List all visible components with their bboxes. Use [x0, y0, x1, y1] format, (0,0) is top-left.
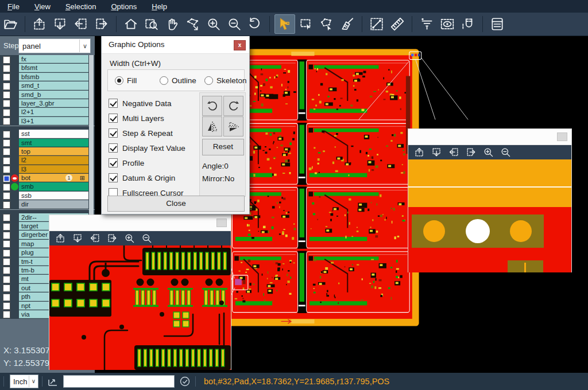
layer-visibility-checkbox[interactable] [3, 249, 10, 257]
pan-down-button[interactable] [70, 232, 85, 245]
graphic-options-dialog[interactable]: Graphic Options x Width (Ctrl+W) FillOut… [101, 36, 250, 214]
checkbox-icon[interactable] [109, 158, 118, 167]
dialog-titlebar[interactable]: Graphic Options x [102, 36, 249, 54]
layer-row-fx[interactable]: fx [0, 55, 95, 64]
menu-selection[interactable]: Selection [58, 2, 103, 11]
layer-visibility-checkbox[interactable] [3, 240, 10, 248]
layer-visibility-checkbox[interactable] [3, 175, 10, 182]
layer-name[interactable]: smb [19, 182, 88, 190]
rotate-ccw-button[interactable] [223, 96, 243, 116]
radio-icon[interactable] [204, 76, 213, 85]
measure-distance-button[interactable] [367, 15, 386, 33]
reset-button[interactable]: Reset [202, 139, 244, 155]
layer-row-smt[interactable]: smt [0, 139, 95, 147]
checkbox-profile[interactable]: Profile [109, 155, 185, 170]
zoom-out-button[interactable] [139, 232, 154, 245]
zoom-window-button[interactable] [142, 15, 161, 33]
layer-visibility-checkbox[interactable] [3, 91, 10, 99]
layer-row-bfsmt[interactable]: bfsmt [0, 64, 95, 72]
pan-right-button[interactable] [105, 232, 119, 245]
layer-visibility-checkbox[interactable] [3, 139, 10, 147]
radio-outline[interactable]: Outline [160, 76, 198, 85]
layer-name[interactable]: top [19, 147, 88, 155]
radio-fill[interactable]: Fill [115, 76, 153, 85]
checkbox-icon[interactable] [109, 99, 118, 108]
layer-row-sst[interactable]: sst [0, 130, 95, 138]
home-view-button[interactable] [121, 15, 141, 33]
layer-visibility-checkbox[interactable] [3, 302, 10, 310]
unit-dropdown[interactable]: Inch ∨ [10, 375, 38, 388]
layer-visibility-checkbox[interactable] [3, 276, 10, 283]
layer-visibility-checkbox[interactable] [3, 192, 10, 200]
layer-visibility-checkbox[interactable] [3, 184, 10, 191]
pan-right-button[interactable] [92, 15, 111, 33]
zoom-object-button[interactable] [183, 15, 203, 33]
checkbox-negative-data[interactable]: Negative Data [109, 96, 185, 111]
close-button[interactable]: Close [107, 196, 245, 212]
corner-snap-icon[interactable] [46, 375, 60, 388]
layer-visibility-checkbox[interactable] [3, 148, 10, 155]
magnifier-window-top-right[interactable] [408, 128, 572, 272]
layer-name[interactable]: smd_t [19, 81, 88, 89]
layer-row-bfsmb[interactable]: bfsmb [0, 73, 95, 81]
checkbox-icon[interactable] [109, 173, 118, 182]
pan-up-button[interactable] [412, 146, 427, 159]
clean-brush-button[interactable] [338, 15, 357, 33]
layer-visibility-checkbox[interactable] [3, 311, 10, 318]
magnifier-titlebar[interactable] [408, 129, 571, 145]
mirror-horizontal-button[interactable] [202, 116, 222, 136]
layer-name[interactable]: l2 [19, 156, 88, 164]
layer-active-indicator[interactable] [11, 174, 18, 182]
layer-row-bot[interactable]: bot1⊞ [0, 174, 95, 182]
layer-visibility-checkbox[interactable] [3, 294, 10, 301]
layer-row-l2+1[interactable]: l2+1 [0, 108, 95, 116]
rotate-cw-button[interactable] [202, 96, 222, 116]
select-cursor-button[interactable] [274, 14, 295, 34]
pan-left-button[interactable] [71, 15, 91, 33]
pan-left-button[interactable] [87, 232, 102, 245]
checkbox-datum-origin[interactable]: Datum & Origin [109, 170, 185, 185]
layer-visibility-checkbox[interactable] [3, 83, 10, 90]
zoom-out-button[interactable] [498, 146, 513, 159]
menu-help[interactable]: Help [144, 2, 175, 11]
checkbox-icon[interactable] [109, 114, 118, 123]
mirror-vertical-button[interactable] [223, 116, 243, 136]
layer-name[interactable]: layer_3.gbr [19, 99, 88, 107]
open-file-button[interactable] [1, 15, 20, 33]
layer-visibility-checkbox[interactable] [3, 100, 10, 107]
layer-row-l3+1[interactable]: l3+1 [0, 117, 95, 126]
layer-row-top[interactable]: top [0, 147, 95, 156]
zoom-in-button[interactable] [481, 146, 496, 159]
radio-skeleton[interactable]: Skeleton [204, 76, 242, 85]
layer-visibility-checkbox[interactable] [3, 118, 10, 125]
layer-name[interactable]: l2+1 [19, 108, 88, 116]
checkbox-icon[interactable] [109, 128, 118, 138]
menu-file[interactable]: File [0, 2, 27, 11]
layer-table-button[interactable] [488, 15, 507, 33]
magnifier-window-bottom-left[interactable] [49, 214, 231, 370]
layer-visibility-checkbox[interactable] [3, 223, 10, 231]
refresh-circle-icon[interactable] [178, 375, 192, 388]
zoom-out-button[interactable] [225, 15, 244, 33]
view-box-button[interactable] [438, 15, 457, 33]
layer-row-l2[interactable]: l2 [0, 156, 95, 165]
zoom-in-button[interactable] [204, 15, 223, 33]
select-rect-button[interactable] [296, 15, 316, 33]
checkbox-multi-layers[interactable]: Multi Layers [109, 111, 185, 126]
layer-visibility-checkbox[interactable] [3, 232, 10, 239]
layer-name[interactable]: ssb [19, 192, 88, 200]
layer-active-indicator[interactable] [11, 183, 18, 190]
layer-visibility-checkbox[interactable] [3, 157, 10, 165]
checkbox-display-text-value[interactable]: Display Text Value [109, 141, 185, 155]
pan-hand-button[interactable] [163, 15, 182, 33]
pan-down-button[interactable] [51, 15, 70, 33]
layer-visibility-checkbox[interactable] [3, 166, 10, 173]
zoom-previous-button[interactable] [245, 15, 265, 33]
radio-icon[interactable] [160, 76, 168, 85]
magnifier-titlebar[interactable] [49, 215, 231, 231]
close-icon[interactable]: x [234, 40, 246, 50]
checkbox-step-repeat[interactable]: Step & Repeat [109, 126, 185, 141]
chevron-down-icon[interactable]: ∨ [29, 376, 38, 387]
magnifier-close-button[interactable] [557, 132, 567, 141]
layer-name[interactable]: smd_b [19, 91, 88, 99]
